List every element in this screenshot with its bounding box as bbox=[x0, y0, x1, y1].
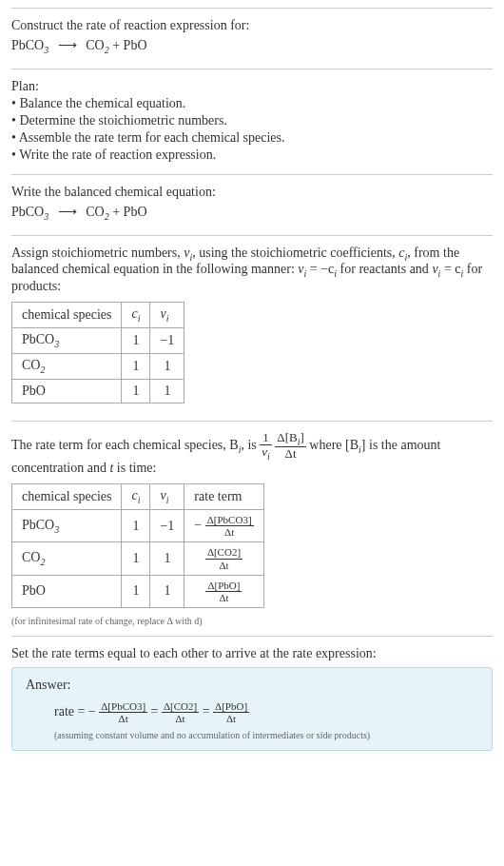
species-co2: CO2 bbox=[86, 38, 108, 52]
answer-note: (assuming constant volume and no accumul… bbox=[26, 730, 478, 740]
answer-title: Answer: bbox=[26, 678, 478, 693]
species-pbo: PbO bbox=[124, 38, 147, 52]
cell-species: CO2 bbox=[12, 353, 122, 379]
balanced-section: Write the balanced chemical equation: Pb… bbox=[11, 174, 493, 235]
fraction-1-over-nui: 1 νi bbox=[260, 431, 272, 462]
species-pbo: PbO bbox=[124, 205, 147, 219]
fraction-dbi-dt: Δ[Bi] Δt bbox=[275, 431, 306, 462]
col-ci: ci bbox=[122, 303, 150, 328]
cell-nui: 1 bbox=[150, 379, 184, 403]
answer-equation: rate = − Δ[PbCO3] Δt = Δ[CO2] Δt = Δ[PbO… bbox=[26, 700, 478, 724]
cell-nui: −1 bbox=[150, 510, 184, 542]
plan-item: Write the rate of reaction expression. bbox=[11, 148, 493, 163]
reaction-arrow-icon: ⟶ bbox=[52, 205, 83, 219]
cell-ci: 1 bbox=[122, 575, 150, 607]
col-rate-term: rate term bbox=[184, 484, 263, 510]
table-row: PbCO3 1 −1 bbox=[12, 327, 184, 353]
final-section: Set the rate terms equal to each other t… bbox=[11, 636, 493, 760]
plan-section: Plan: Balance the chemical equation. Det… bbox=[11, 69, 493, 174]
cell-nui: 1 bbox=[150, 542, 184, 575]
rate-intro: The rate term for each chemical species,… bbox=[11, 431, 493, 477]
col-nui: νi bbox=[150, 303, 184, 328]
cell-species: PbCO3 bbox=[12, 327, 122, 353]
plan-item: Balance the chemical equation. bbox=[11, 96, 493, 111]
table-header-row: chemical species ci νi rate term bbox=[12, 484, 264, 510]
cell-rate-term: Δ[PbO] Δt bbox=[184, 575, 263, 607]
fraction: Δ[CO2] Δt bbox=[162, 700, 199, 724]
cell-ci: 1 bbox=[122, 379, 150, 403]
table-row: PbCO3 1 −1 − Δ[PbCO3] Δt bbox=[12, 510, 264, 542]
cell-nui: 1 bbox=[150, 575, 184, 607]
cell-species: PbO bbox=[12, 575, 122, 607]
species-pbco3: PbCO3 bbox=[11, 205, 48, 219]
plan-title: Plan: bbox=[11, 79, 493, 94]
fraction: Δ[PbO] Δt bbox=[205, 580, 242, 603]
cell-species: PbCO3 bbox=[12, 510, 122, 542]
stoich-table: chemical species ci νi PbCO3 1 −1 CO2 1 … bbox=[11, 302, 184, 403]
cell-rate-term: − Δ[PbCO3] Δt bbox=[184, 510, 263, 542]
table-header-row: chemical species ci νi bbox=[12, 303, 184, 328]
final-intro: Set the rate terms equal to each other t… bbox=[11, 646, 493, 661]
cell-species: PbO bbox=[12, 379, 122, 403]
table-row: CO2 1 1 Δ[CO2] Δt bbox=[12, 542, 264, 575]
cell-species: CO2 bbox=[12, 542, 122, 575]
species-co2: CO2 bbox=[86, 205, 108, 219]
rate-term-section: The rate term for each chemical species,… bbox=[11, 421, 493, 636]
col-species: chemical species bbox=[12, 303, 122, 328]
fraction: Δ[PbCO3] Δt bbox=[205, 514, 254, 538]
prompt-text: Construct the rate of reaction expressio… bbox=[11, 18, 493, 33]
cell-nui: −1 bbox=[150, 327, 184, 353]
fraction: Δ[PbO] Δt bbox=[213, 700, 249, 724]
col-species: chemical species bbox=[12, 484, 122, 510]
fraction: Δ[PbCO3] Δt bbox=[99, 700, 147, 724]
col-nui: νi bbox=[150, 484, 184, 510]
rate-table: chemical species ci νi rate term PbCO3 1… bbox=[11, 483, 264, 607]
answer-box: Answer: rate = − Δ[PbCO3] Δt = Δ[CO2] Δt… bbox=[11, 667, 493, 751]
stoichiometric-section: Assign stoichiometric numbers, νi, using… bbox=[11, 235, 493, 421]
table-row: CO2 1 1 bbox=[12, 353, 184, 379]
plan-list: Balance the chemical equation. Determine… bbox=[11, 96, 493, 163]
unbalanced-equation: PbCO3 ⟶ CO2 + PbO bbox=[11, 37, 493, 55]
problem-header: Construct the rate of reaction expressio… bbox=[11, 8, 493, 69]
cell-rate-term: Δ[CO2] Δt bbox=[184, 542, 263, 575]
cell-nui: 1 bbox=[150, 353, 184, 379]
table-row: PbO 1 1 Δ[PbO] Δt bbox=[12, 575, 264, 607]
reaction-arrow-icon: ⟶ bbox=[52, 38, 83, 52]
plan-item: Determine the stoichiometric numbers. bbox=[11, 113, 493, 128]
cell-ci: 1 bbox=[122, 353, 150, 379]
cell-ci: 1 bbox=[122, 510, 150, 542]
table-row: PbO 1 1 bbox=[12, 379, 184, 403]
fraction: Δ[CO2] Δt bbox=[205, 546, 242, 570]
rate-footnote: (for infinitesimal rate of change, repla… bbox=[11, 616, 493, 626]
species-pbco3: PbCO3 bbox=[11, 38, 48, 52]
balanced-title: Write the balanced chemical equation: bbox=[11, 185, 493, 200]
plan-item: Assemble the rate term for each chemical… bbox=[11, 130, 493, 146]
balanced-equation: PbCO3 ⟶ CO2 + PbO bbox=[11, 204, 493, 222]
stoich-intro: Assign stoichiometric numbers, νi, using… bbox=[11, 246, 493, 295]
cell-ci: 1 bbox=[122, 327, 150, 353]
col-ci: ci bbox=[122, 484, 150, 510]
cell-ci: 1 bbox=[122, 542, 150, 575]
